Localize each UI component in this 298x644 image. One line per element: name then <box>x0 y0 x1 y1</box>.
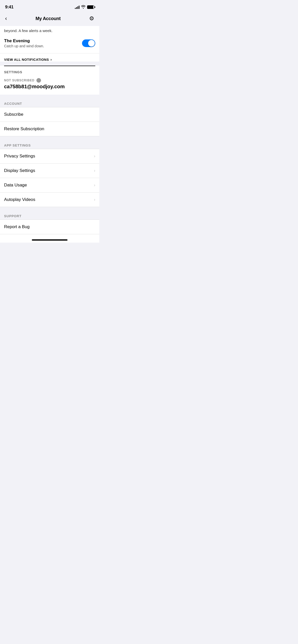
battery-icon <box>87 5 94 9</box>
evening-notification-title: The Evening <box>4 38 44 43</box>
evening-notification-desc: Catch up and wind down. <box>4 44 44 48</box>
wifi-icon <box>81 5 86 9</box>
restore-subscription-label: Restore Subscription <box>4 126 44 131</box>
support-list: Report a Bug <box>0 219 99 234</box>
page-title: My Account <box>35 16 60 21</box>
chevron-right-icon: › <box>94 154 95 158</box>
status-time: 9:41 <box>5 5 13 10</box>
back-button[interactable]: ‹ <box>4 14 8 23</box>
chevron-right-icon: › <box>94 168 95 173</box>
subscription-status-dot <box>36 78 41 83</box>
subscribe-label: Subscribe <box>4 112 23 117</box>
subscribe-item[interactable]: Subscribe <box>0 107 99 122</box>
subscription-status-label: NOT SUBSCRIBED <box>4 79 34 82</box>
autoplay-videos-item[interactable]: Autoplay Videos › <box>0 193 99 207</box>
view-all-notifications-button[interactable]: VIEW ALL NOTIFICATIONS › <box>4 57 95 62</box>
support-section: SUPPORT Report a Bug <box>0 212 99 234</box>
account-section: ACCOUNT Subscribe Restore Subscription <box>0 95 99 136</box>
subscription-email: ca758b81@moodjoy.com <box>4 84 95 90</box>
subscription-info: NOT SUBSCRIBED ca758b81@moodjoy.com <box>0 77 99 95</box>
autoplay-videos-label: Autoplay Videos <box>4 197 35 202</box>
account-section-label: ACCOUNT <box>0 100 99 107</box>
report-bug-label: Report a Bug <box>4 224 30 229</box>
chevron-right-icon: › <box>94 183 95 187</box>
toggle-knob <box>88 40 95 47</box>
privacy-settings-item[interactable]: Privacy Settings › <box>0 149 99 164</box>
settings-section-label: SETTINGS <box>0 66 99 77</box>
display-settings-label: Display Settings <box>4 168 35 173</box>
app-settings-section-label: APP SETTINGS <box>0 141 99 149</box>
restore-subscription-item[interactable]: Restore Subscription <box>0 122 99 136</box>
app-settings-list: Privacy Settings › Display Settings › Da… <box>0 149 99 207</box>
display-settings-item[interactable]: Display Settings › <box>0 164 99 178</box>
partial-notification-text: beyond. A few alerts a week. <box>4 28 95 33</box>
data-usage-item[interactable]: Data Usage › <box>0 178 99 193</box>
status-bar: 9:41 <box>0 0 99 12</box>
report-bug-item[interactable]: Report a Bug <box>0 220 99 234</box>
view-all-label: VIEW ALL NOTIFICATIONS <box>4 58 49 62</box>
nav-bar: ‹ My Account ⚙ <box>0 12 99 26</box>
evening-notification-item: The Evening Catch up and wind down. <box>4 37 95 49</box>
notification-partial-section: beyond. A few alerts a week. The Evening… <box>0 26 99 53</box>
data-usage-label: Data Usage <box>4 183 27 188</box>
status-icons <box>75 5 94 9</box>
home-indicator <box>32 239 67 241</box>
chevron-right-icon: › <box>94 197 95 202</box>
gear-icon[interactable]: ⚙ <box>88 14 95 23</box>
view-all-notifications-section: VIEW ALL NOTIFICATIONS › <box>0 53 99 62</box>
chevron-right-icon: › <box>50 57 52 62</box>
support-section-label: SUPPORT <box>0 212 99 219</box>
account-list: Subscribe Restore Subscription <box>0 107 99 136</box>
evening-toggle[interactable] <box>82 39 95 47</box>
signal-bars-icon <box>75 5 79 9</box>
privacy-settings-label: Privacy Settings <box>4 154 35 159</box>
app-settings-section: APP SETTINGS Privacy Settings › Display … <box>0 141 99 207</box>
